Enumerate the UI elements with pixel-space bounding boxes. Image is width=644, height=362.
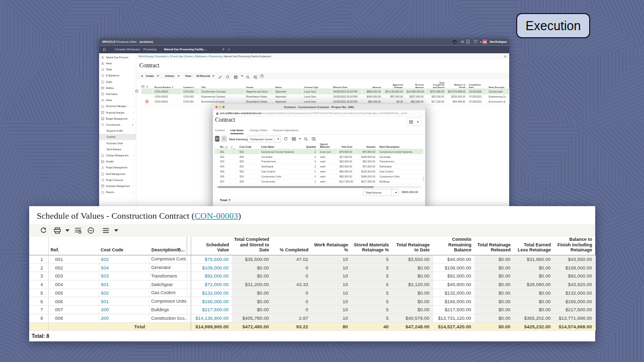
svg-text:$: $ (102, 118, 104, 120)
svg-text:$: $ (102, 160, 104, 163)
